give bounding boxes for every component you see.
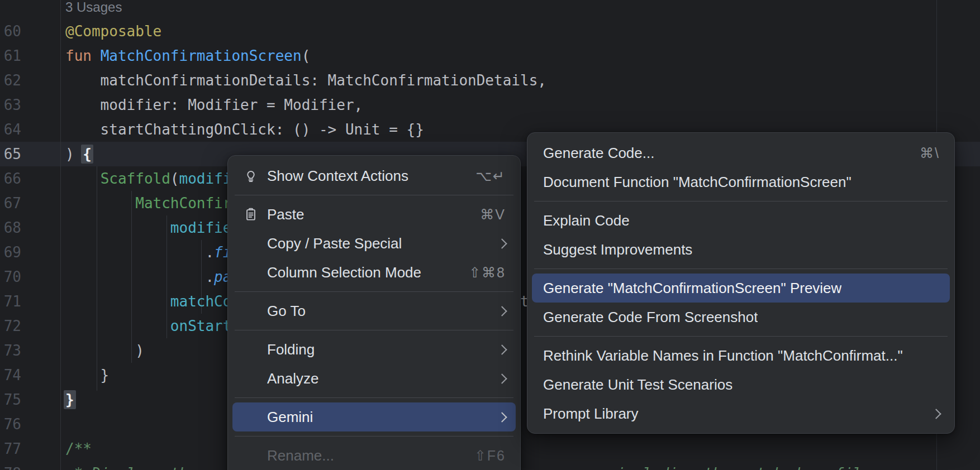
code-token <box>65 195 135 212</box>
lightbulb-icon <box>244 169 258 183</box>
code-token: ) <box>65 342 144 359</box>
icon-spacer <box>244 371 258 386</box>
gutter-line-number[interactable]: 77 <box>0 437 21 461</box>
menu-item-go-to[interactable]: Go To <box>228 296 520 325</box>
menu-item-label: Column Selection Mode <box>267 264 421 281</box>
code-text: } <box>65 363 109 387</box>
chevron-right-icon <box>497 344 507 354</box>
code-line-60[interactable]: 60@Composable <box>0 19 980 44</box>
gutter-line-number[interactable]: 65 <box>0 142 21 166</box>
code-line-63[interactable]: 63 modifier: Modifier = Modifier, <box>0 93 980 117</box>
menu-item-label: Document Function "MatchConfirmationScre… <box>543 174 851 191</box>
menu-separator <box>534 268 948 269</box>
code-token <box>65 293 170 310</box>
code-text: ) <box>65 338 144 363</box>
menu-separator <box>235 397 513 398</box>
chevron-right-icon <box>497 306 507 316</box>
icon-spacer <box>244 342 258 357</box>
icon-spacer <box>244 265 258 280</box>
menu-item-label: Show Context Actions <box>267 167 408 185</box>
code-text: @Composable <box>65 19 161 44</box>
gutter-line-number[interactable]: 67 <box>0 191 21 215</box>
menu-item-column-selection-mode[interactable]: Column Selection Mode⇧⌘8 <box>228 258 520 287</box>
menu-separator <box>235 436 513 437</box>
menu-separator <box>235 195 513 195</box>
usages-inlay-hint[interactable]: 3 Usages <box>0 0 980 19</box>
gutter-line-number[interactable]: 69 <box>0 240 21 265</box>
gutter-line-number[interactable]: 76 <box>0 412 21 437</box>
gutter-line-number[interactable]: 78 <box>0 461 21 470</box>
code-line-62[interactable]: 62 matchConfirmationDetails: MatchConfir… <box>0 68 980 93</box>
menu-item-generate-matchconfirmationscreen-preview[interactable]: Generate "MatchConfirmationScreen" Previ… <box>532 274 950 303</box>
code-token <box>65 318 170 334</box>
code-text: matchConfirmationDetails: MatchConfirmat… <box>65 68 546 93</box>
gutter-line-number[interactable]: 73 <box>0 338 21 363</box>
icon-spacer <box>244 304 258 318</box>
gutter-line-number[interactable]: 71 <box>0 289 21 314</box>
menu-item-generate-code[interactable]: Generate Code...⌘\ <box>527 138 954 167</box>
menu-separator <box>235 330 513 330</box>
code-text: } <box>65 387 74 412</box>
menu-item-prompt-library[interactable]: Prompt Library <box>527 399 954 428</box>
menu-item-label: Analyze <box>267 370 319 387</box>
menu-item-label: Generate Code From Screenshot <box>543 309 758 326</box>
gutter-line-number[interactable]: 74 <box>0 363 21 387</box>
chevron-right-icon <box>497 373 507 383</box>
menu-item-document-function-matchconfirmationscreen[interactable]: Document Function "MatchConfirmationScre… <box>527 167 954 196</box>
menu-item-folding[interactable]: Folding <box>228 335 520 364</box>
shortcut-hint: ⌥↵ <box>459 168 506 184</box>
gutter-line-number[interactable]: 70 <box>0 265 21 289</box>
icon-spacer <box>244 410 258 424</box>
gemini-submenu: Generate Code...⌘\Document Function "Mat… <box>527 132 955 434</box>
menu-item-label: Copy / Paste Special <box>267 235 402 252</box>
icon-spacer <box>244 236 258 251</box>
gutter-line-number[interactable]: 63 <box>0 93 21 117</box>
menu-item-gemini[interactable]: Gemini <box>232 402 516 431</box>
menu-item-copy-paste-special[interactable]: Copy / Paste Special <box>228 229 520 258</box>
menu-item-rethink-variable-names-in-function-matchconfirmat[interactable]: Rethink Variable Names in Function "Matc… <box>527 341 954 370</box>
menu-item-generate-code-from-screenshot[interactable]: Generate Code From Screenshot <box>527 303 954 332</box>
menu-item-label: Go To <box>267 303 306 320</box>
menu-item-label: Rename... <box>267 447 334 464</box>
code-token: . <box>65 268 214 285</box>
code-token: . <box>65 244 214 261</box>
code-text: 3 Usages <box>65 0 122 20</box>
icon-spacer <box>244 448 258 463</box>
menu-item-label: Suggest Improvements <box>543 241 692 258</box>
menu-item-label: Rethink Variable Names in Function "Matc… <box>543 347 903 365</box>
shortcut-hint: ⌘V <box>463 207 506 223</box>
menu-item-suggest-improvements[interactable]: Suggest Improvements <box>527 235 954 264</box>
gutter-line-number[interactable]: 60 <box>0 19 21 44</box>
matched-brace: } <box>64 390 76 409</box>
shortcut-hint: ⌘\ <box>903 145 940 161</box>
code-token: /** <box>65 440 92 457</box>
code-line-61[interactable]: 61fun MatchConfirmationScreen( <box>0 44 980 68</box>
gutter-line-number[interactable]: 68 <box>0 215 21 240</box>
clipboard-icon <box>244 207 258 222</box>
menu-item-label: Gemini <box>267 409 313 426</box>
chevron-right-icon <box>497 412 507 422</box>
menu-item-rename[interactable]: Rename...⇧F6 <box>228 441 520 470</box>
chevron-right-icon <box>497 238 507 248</box>
code-text: startChattingOnClick: () -> Unit = {} <box>65 117 424 142</box>
code-text: fun MatchConfirmationScreen( <box>65 44 310 68</box>
menu-separator <box>534 336 948 337</box>
gutter-line-number[interactable]: 66 <box>0 166 21 191</box>
gutter-line-number[interactable]: 64 <box>0 117 21 142</box>
gutter-line-number[interactable]: 72 <box>0 314 21 338</box>
shortcut-hint: ⇧F6 <box>458 448 506 464</box>
chevron-right-icon <box>931 409 941 419</box>
menu-item-explain-code[interactable]: Explain Code <box>527 206 954 235</box>
gutter-line-number[interactable]: 75 <box>0 387 21 412</box>
code-token: ( <box>302 47 311 64</box>
ide-editor-screen: 3 Usages60@Composable61fun MatchConfirma… <box>0 0 980 470</box>
gutter-line-number[interactable]: 62 <box>0 68 21 93</box>
menu-item-show-context-actions[interactable]: Show Context Actions⌥↵ <box>228 161 520 190</box>
gutter-line-number[interactable]: 61 <box>0 44 21 68</box>
menu-item-paste[interactable]: Paste⌘V <box>228 200 520 229</box>
menu-item-label: Generate Code... <box>543 145 654 162</box>
code-token: @Composable <box>65 23 161 40</box>
code-token: } <box>65 367 109 383</box>
menu-item-analyze[interactable]: Analyze <box>228 364 520 393</box>
menu-item-generate-unit-test-scenarios[interactable]: Generate Unit Test Scenarios <box>527 370 954 399</box>
